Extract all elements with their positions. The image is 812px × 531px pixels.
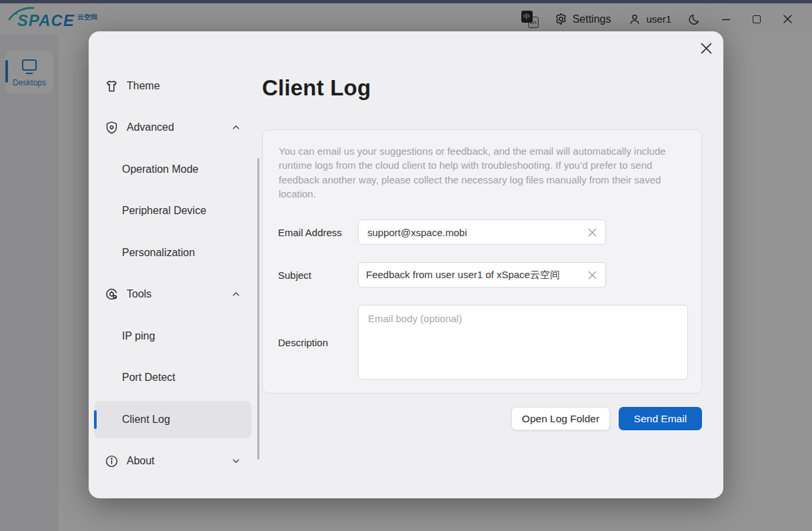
menu-item-peripheral-device[interactable]: Peripheral Device [94,192,251,229]
clear-subject-icon[interactable] [585,268,599,282]
page-title: Client Log [262,75,371,101]
menu-item-label: Port Detect [122,372,175,384]
menu-item-port-detect[interactable]: Port Detect [94,359,251,396]
intro-text: You can email us your suggestions or fee… [279,144,689,201]
menu-item-client-log[interactable]: Client Log [94,401,251,438]
email-label: Email Address [278,227,358,238]
clear-email-icon[interactable] [585,225,599,239]
shield-gear-icon [104,120,119,135]
menu-item-label: About [127,455,155,467]
description-row: Description [278,305,688,380]
description-textarea[interactable] [358,305,688,380]
selected-indicator [94,410,97,429]
tshirt-icon [104,79,119,93]
menu-item-personalization[interactable]: Personalization [94,234,251,272]
tools-icon [104,287,119,302]
menu-item-label: Theme [127,80,160,92]
open-log-folder-button[interactable]: Open Log Folder [511,407,610,430]
menu-item-label: IP ping [122,330,155,342]
subject-row: Subject [278,262,688,288]
menu-item-advanced[interactable]: Advanced [94,109,251,146]
client-log-form-card: You can email us your suggestions or fee… [262,129,702,394]
menu-item-label: Operation Mode [122,163,199,175]
menu-item-label: Peripheral Device [122,205,206,217]
menu-item-tools[interactable]: Tools [94,276,251,313]
menu-item-ip-ping[interactable]: IP ping [94,318,251,355]
close-icon [700,42,713,55]
subject-label: Subject [278,270,358,281]
subject-input[interactable] [359,263,605,287]
menu-item-about[interactable]: About [94,442,251,480]
menu-item-theme[interactable]: Theme [94,67,251,105]
settings-dialog: Theme Advanced Operation Mode Peripheral… [89,31,723,498]
chevron-up-icon [231,290,241,299]
chevron-down-icon [231,456,241,466]
info-icon [104,454,119,468]
menu-item-operation-mode[interactable]: Operation Mode [94,151,251,188]
chevron-up-icon [231,123,241,132]
menu-item-label: Client Log [122,414,170,426]
description-label: Description [278,337,358,348]
menu-item-label: Advanced [127,121,174,133]
email-row: Email Address [278,219,688,245]
email-input-wrap [358,219,606,245]
menu-item-label: Personalization [122,247,195,259]
subject-input-wrap [358,262,606,288]
settings-menu: Theme Advanced Operation Mode Peripheral… [94,31,251,498]
send-email-button[interactable]: Send Email [619,407,702,430]
email-input[interactable] [359,220,605,244]
menu-item-label: Tools [127,288,151,300]
menu-scrollbar[interactable] [257,158,259,460]
dialog-close-button[interactable] [694,37,718,59]
